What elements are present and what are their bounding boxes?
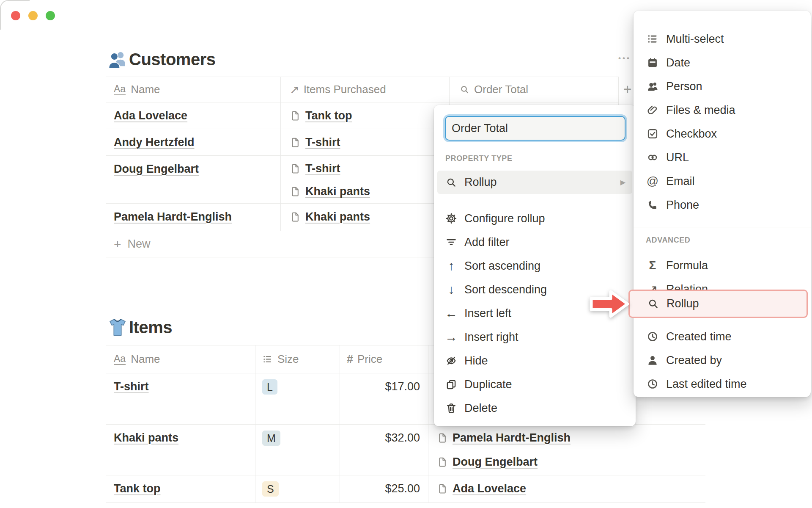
text-property-icon: Aa (114, 84, 126, 95)
relation-entry[interactable]: Khaki pants (290, 205, 449, 229)
relation-property-icon: ↗ (290, 83, 299, 97)
multi-select-icon (646, 33, 659, 45)
people-emoji-icon (107, 49, 128, 69)
menu-item-label: Hide (464, 354, 488, 367)
property-type-section-label: PROPERTY TYPE (445, 154, 636, 163)
row-title-link[interactable]: Tank top (114, 482, 161, 495)
relation-link[interactable]: Khaki pants (305, 185, 370, 198)
menu-item-label: Duplicate (464, 378, 512, 391)
type-item-created-by[interactable]: Created by (634, 348, 811, 372)
table-row[interactable]: Khaki pants M $32.00 Pamela Hardt-Englis… (106, 425, 705, 475)
menu-item-add-filter[interactable]: Add filter (434, 230, 636, 254)
relation-entry[interactable]: Pamela Hardt-English (437, 426, 705, 450)
clock-icon (646, 378, 659, 390)
row-title-link[interactable]: Doug Engelbart (114, 163, 199, 176)
type-item-url[interactable]: URL (634, 146, 811, 169)
page-icon (290, 186, 301, 197)
menu-item-insert-right[interactable]: → Insert right (434, 325, 636, 349)
table-row[interactable]: Tank top S $25.00 Ada Lovelace (106, 475, 705, 503)
menu-item-duplicate[interactable]: Duplicate (434, 373, 636, 396)
filter-icon (444, 236, 458, 248)
link-icon (646, 152, 659, 163)
items-title: Items (129, 318, 172, 337)
window-controls (11, 11, 55, 20)
type-item-label: Files & media (666, 104, 735, 117)
relation-link[interactable]: Ada Lovelace (453, 482, 526, 495)
type-item-checkbox[interactable]: Checkbox (634, 122, 811, 146)
column-header-items-purchased[interactable]: ↗ Items Purchased (280, 77, 449, 102)
row-title-link[interactable]: Ada Lovelace (114, 109, 187, 122)
gear-icon (444, 213, 458, 224)
page-icon (437, 456, 448, 468)
column-header-name[interactable]: Aa Name (106, 345, 255, 373)
duplicate-icon (444, 378, 458, 390)
type-item-last-edited-time[interactable]: Last edited time (634, 372, 811, 396)
type-item-rollup[interactable]: Rollup (628, 290, 808, 318)
relation-link[interactable]: Khaki pants (305, 210, 370, 224)
type-item-phone[interactable]: Phone (634, 193, 811, 217)
property-name-input[interactable] (445, 116, 625, 141)
type-item-date[interactable]: Date (634, 51, 811, 75)
relation-entry[interactable]: T-shirt (290, 130, 449, 155)
type-item-last-edited-by[interactable]: Last edited by (634, 396, 811, 397)
menu-divider (434, 200, 636, 200)
relation-link[interactable]: T-shirt (305, 136, 340, 149)
page-icon (290, 137, 301, 148)
add-column-button[interactable]: + (623, 81, 631, 97)
advanced-section-label: ADVANCED (646, 236, 811, 245)
row-title-link[interactable]: Pamela Hardt-English (114, 210, 232, 224)
column-header-label: Size (277, 353, 299, 366)
type-item-formula[interactable]: Σ Formula (634, 254, 811, 277)
type-item-label: Created time (666, 330, 732, 343)
rollup-icon (445, 177, 458, 188)
price-value[interactable]: $25.00 (385, 482, 420, 495)
menu-item-label: Sort descending (464, 283, 547, 296)
relation-link[interactable]: Pamela Hardt-English (453, 431, 571, 444)
customers-title: Customers (129, 50, 215, 69)
relation-entry[interactable]: Tank top (290, 104, 449, 128)
column-header-label: Items Purchased (304, 83, 386, 96)
property-edit-popup: PROPERTY TYPE Rollup ▶ Configure rollup (434, 105, 636, 426)
type-item-multi-select[interactable]: Multi-select (634, 27, 811, 51)
price-value[interactable]: $17.00 (385, 380, 420, 393)
column-header-order-total[interactable]: Order Total (449, 77, 619, 102)
row-title-link[interactable]: T-shirt (114, 380, 149, 393)
type-item-created-time[interactable]: Created time (634, 325, 811, 348)
rollup-property-icon (460, 85, 469, 94)
row-title-link[interactable]: Khaki pants (114, 431, 178, 444)
relation-entry[interactable]: Doug Engelbart (437, 450, 705, 474)
relation-entry[interactable]: Khaki pants (290, 180, 449, 204)
property-type-menu: Multi-select Date (634, 11, 811, 397)
menu-item-configure-rollup[interactable]: Configure rollup (434, 207, 636, 230)
type-item-files-media[interactable]: Files & media (634, 98, 811, 122)
plus-icon: + (114, 237, 121, 251)
price-value[interactable]: $32.00 (385, 431, 420, 444)
property-type-selector[interactable]: Rollup ▶ (437, 171, 632, 194)
relation-entry[interactable]: T-shirt (290, 157, 449, 180)
arrow-up-icon: ↑ (444, 260, 458, 272)
column-header-price[interactable]: # Price (340, 345, 428, 373)
zoom-window-button[interactable] (46, 11, 55, 20)
type-item-label: Phone (666, 199, 699, 212)
menu-item-sort-ascending[interactable]: ↑ Sort ascending (434, 254, 636, 278)
menu-item-hide[interactable]: Hide (434, 349, 636, 373)
close-window-button[interactable] (11, 11, 20, 20)
table-more-options-icon[interactable]: ••• (618, 54, 631, 63)
checkbox-icon (646, 128, 659, 140)
relation-link[interactable]: T-shirt (305, 162, 340, 175)
row-title-link[interactable]: Andy Hertzfeld (114, 136, 195, 149)
minimize-window-button[interactable] (28, 11, 38, 20)
column-header-size[interactable]: Size (255, 345, 340, 373)
column-header-name[interactable]: Aa Name (106, 77, 280, 102)
relation-entry[interactable]: Ada Lovelace (437, 477, 705, 501)
relation-link[interactable]: Tank top (305, 109, 352, 122)
type-item-email[interactable]: @ Email (634, 169, 811, 193)
relation-link[interactable]: Doug Engelbart (453, 456, 538, 469)
size-tag[interactable]: M (262, 431, 280, 446)
type-item-person[interactable]: Person (634, 75, 811, 98)
size-tag[interactable]: L (262, 379, 277, 395)
arrow-down-icon: ↓ (444, 283, 458, 296)
phone-icon (646, 199, 659, 211)
menu-item-delete[interactable]: Delete (434, 396, 636, 420)
size-tag[interactable]: S (262, 481, 279, 497)
